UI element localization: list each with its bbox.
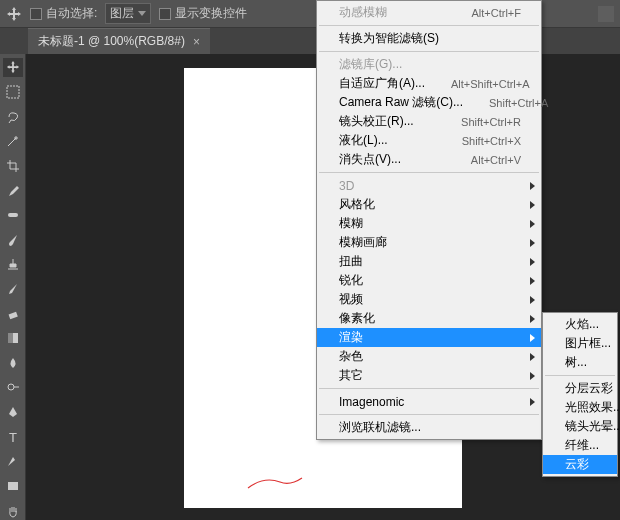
wand-tool[interactable] — [3, 132, 23, 151]
submenu-arrow-icon — [530, 258, 535, 266]
menu-item-扭曲[interactable]: 扭曲 — [317, 252, 541, 271]
marquee-tool[interactable] — [3, 83, 23, 102]
menu-item[interactable]: 镜头校正(R)...Shift+Ctrl+R — [317, 112, 541, 131]
svg-rect-4 — [8, 333, 13, 343]
submenu-arrow-icon — [530, 182, 535, 190]
eyedropper-tool[interactable] — [3, 181, 23, 200]
layer-dropdown[interactable]: 图层 — [105, 3, 151, 24]
submenu-arrow-icon — [530, 277, 535, 285]
eraser-tool[interactable] — [3, 304, 23, 323]
menu-item[interactable]: 液化(L)...Shift+Ctrl+X — [317, 131, 541, 150]
show-transform-label: 显示变换控件 — [175, 5, 247, 22]
submenu-arrow-icon — [530, 353, 535, 361]
menu-separator — [545, 375, 615, 376]
submenu-arrow-icon — [530, 334, 535, 342]
menu-separator — [319, 51, 539, 52]
lasso-tool[interactable] — [3, 107, 23, 126]
move-tool[interactable] — [3, 58, 23, 77]
render-submenu: 火焰...图片框...树... 分层云彩光照效果...镜头光晕...纤维...云… — [542, 312, 618, 477]
menu-convert-smart[interactable]: 转换为智能滤镜(S) — [317, 29, 541, 48]
submenu-arrow-icon — [530, 372, 535, 380]
svg-rect-0 — [7, 86, 19, 98]
align-icon[interactable] — [598, 6, 614, 22]
tool-panel: T — [0, 54, 26, 520]
menu-group-1: 滤镜库(G)...自适应广角(A)...Alt+Shift+Ctrl+ACame… — [317, 55, 541, 169]
path-tool[interactable] — [3, 452, 23, 471]
menu-separator — [319, 388, 539, 389]
menu-item-杂色[interactable]: 杂色 — [317, 347, 541, 366]
tab-title: 未标题-1 @ 100%(RGB/8#) — [38, 33, 185, 50]
submenu-arrow-icon — [530, 239, 535, 247]
svg-point-5 — [8, 384, 14, 390]
gradient-tool[interactable] — [3, 329, 23, 348]
auto-select-label: 自动选择: — [46, 5, 97, 22]
auto-select-group[interactable]: 自动选择: — [30, 5, 97, 22]
history-brush-tool[interactable] — [3, 280, 23, 299]
close-icon[interactable]: × — [193, 35, 200, 49]
show-transform-checkbox[interactable] — [159, 8, 171, 20]
alignment-icons — [598, 6, 614, 22]
blur-tool[interactable] — [3, 354, 23, 373]
pen-tool[interactable] — [3, 403, 23, 422]
menu-item-3D[interactable]: 3D — [317, 176, 541, 195]
stamp-tool[interactable] — [3, 255, 23, 274]
menu-item[interactable]: 消失点(V)...Alt+Ctrl+V — [317, 150, 541, 169]
layer-dropdown-label: 图层 — [110, 5, 134, 22]
document-tab[interactable]: 未标题-1 @ 100%(RGB/8#) × — [28, 28, 210, 54]
svg-rect-1 — [8, 213, 18, 217]
healing-tool[interactable] — [3, 206, 23, 225]
menu-browse-online[interactable]: 浏览联机滤镜... — [317, 418, 541, 437]
shape-tool[interactable] — [3, 477, 23, 496]
menu-item-视频[interactable]: 视频 — [317, 290, 541, 309]
submenu-arrow-icon — [530, 315, 535, 323]
dodge-tool[interactable] — [3, 378, 23, 397]
submenu-item[interactable]: 云彩 — [543, 455, 617, 474]
submenu-item[interactable]: 纤维... — [543, 436, 617, 455]
submenu-arrow-icon — [530, 296, 535, 304]
menu-separator — [319, 25, 539, 26]
submenu-item[interactable]: 光照效果... — [543, 398, 617, 417]
submenu-item[interactable]: 火焰... — [543, 315, 617, 334]
svg-rect-7 — [8, 482, 18, 490]
show-transform-group[interactable]: 显示变换控件 — [159, 5, 247, 22]
filter-menu: 动感模糊 Alt+Ctrl+F 转换为智能滤镜(S) 滤镜库(G)...自适应广… — [316, 0, 542, 440]
menu-last-filter[interactable]: 动感模糊 Alt+Ctrl+F — [317, 3, 541, 22]
svg-rect-2 — [8, 311, 17, 318]
submenu-group-2: 分层云彩光照效果...镜头光晕...纤维...云彩 — [543, 379, 617, 474]
menu-separator — [319, 172, 539, 173]
menu-item[interactable]: Camera Raw 滤镜(C)...Shift+Ctrl+A — [317, 93, 541, 112]
canvas-stroke — [246, 472, 304, 492]
svg-text:T: T — [9, 430, 17, 444]
submenu-arrow-icon — [530, 201, 535, 209]
submenu-item[interactable]: 分层云彩 — [543, 379, 617, 398]
menu-item-渲染[interactable]: 渲染 — [317, 328, 541, 347]
submenu-item[interactable]: 镜头光晕... — [543, 417, 617, 436]
menu-separator — [319, 414, 539, 415]
menu-group-2: 3D风格化模糊模糊画廊扭曲锐化视频像素化渲染杂色其它 — [317, 176, 541, 385]
type-tool[interactable]: T — [3, 427, 23, 446]
menu-item-其它[interactable]: 其它 — [317, 366, 541, 385]
menu-item[interactable]: 自适应广角(A)...Alt+Shift+Ctrl+A — [317, 74, 541, 93]
menu-item-模糊[interactable]: 模糊 — [317, 214, 541, 233]
menu-item[interactable]: 滤镜库(G)... — [317, 55, 541, 74]
move-tool-indicator — [6, 6, 22, 22]
submenu-group-1: 火焰...图片框...树... — [543, 315, 617, 372]
crop-tool[interactable] — [3, 157, 23, 176]
chevron-down-icon — [138, 11, 146, 16]
submenu-item[interactable]: 图片框... — [543, 334, 617, 353]
menu-imagenomic[interactable]: Imagenomic — [317, 392, 541, 411]
menu-item-像素化[interactable]: 像素化 — [317, 309, 541, 328]
menu-item-风格化[interactable]: 风格化 — [317, 195, 541, 214]
submenu-arrow-icon — [530, 398, 535, 406]
menu-item-锐化[interactable]: 锐化 — [317, 271, 541, 290]
brush-tool[interactable] — [3, 230, 23, 249]
submenu-item[interactable]: 树... — [543, 353, 617, 372]
hand-tool[interactable] — [3, 501, 23, 520]
submenu-arrow-icon — [530, 220, 535, 228]
auto-select-checkbox[interactable] — [30, 8, 42, 20]
menu-item-模糊画廊[interactable]: 模糊画廊 — [317, 233, 541, 252]
